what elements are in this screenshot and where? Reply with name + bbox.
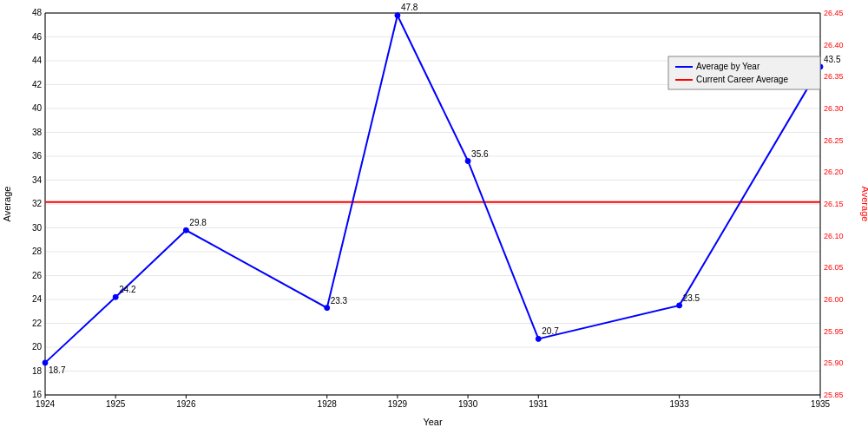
svg-text:1933: 1933 bbox=[670, 399, 690, 409]
chart-svg: 161820222426283032343638404244464825.852… bbox=[0, 0, 868, 434]
svg-point-83 bbox=[395, 13, 400, 18]
svg-text:25.90: 25.90 bbox=[824, 358, 844, 367]
svg-point-89 bbox=[677, 303, 682, 308]
svg-text:26.40: 26.40 bbox=[824, 41, 844, 49]
svg-point-85 bbox=[465, 159, 470, 164]
svg-text:36: 36 bbox=[32, 151, 43, 161]
svg-text:23.3: 23.3 bbox=[331, 296, 348, 306]
svg-text:Average: Average bbox=[860, 187, 868, 222]
svg-text:1930: 1930 bbox=[458, 399, 478, 409]
svg-point-77 bbox=[113, 294, 118, 299]
svg-text:20: 20 bbox=[32, 342, 43, 352]
svg-text:26: 26 bbox=[32, 271, 43, 280]
svg-text:28: 28 bbox=[32, 247, 43, 256]
svg-text:29.8: 29.8 bbox=[189, 218, 207, 227]
svg-text:1928: 1928 bbox=[318, 399, 338, 409]
svg-text:23.5: 23.5 bbox=[683, 293, 700, 303]
svg-text:Year: Year bbox=[423, 417, 443, 427]
svg-text:1926: 1926 bbox=[176, 399, 196, 409]
svg-text:20.7: 20.7 bbox=[542, 326, 559, 336]
svg-text:30: 30 bbox=[32, 223, 43, 233]
svg-text:26.10: 26.10 bbox=[824, 232, 844, 240]
svg-text:26.00: 26.00 bbox=[824, 295, 844, 304]
svg-text:22: 22 bbox=[32, 319, 43, 328]
svg-text:24: 24 bbox=[32, 294, 43, 304]
svg-point-81 bbox=[325, 306, 330, 311]
svg-text:1931: 1931 bbox=[529, 399, 549, 409]
svg-text:24.2: 24.2 bbox=[119, 285, 136, 294]
svg-text:26.30: 26.30 bbox=[824, 104, 844, 113]
svg-text:1935: 1935 bbox=[811, 399, 831, 409]
svg-text:34: 34 bbox=[32, 175, 43, 185]
svg-text:1929: 1929 bbox=[388, 399, 408, 409]
svg-text:Average by Year: Average by Year bbox=[696, 62, 760, 71]
svg-text:26.15: 26.15 bbox=[824, 200, 844, 208]
svg-text:26.45: 26.45 bbox=[824, 9, 844, 17]
svg-text:47.8: 47.8 bbox=[401, 3, 418, 12]
svg-text:38: 38 bbox=[32, 128, 43, 137]
chart-container: 161820222426283032343638404244464825.852… bbox=[0, 0, 868, 434]
svg-text:Average: Average bbox=[2, 187, 12, 222]
svg-text:32: 32 bbox=[32, 199, 43, 208]
svg-text:26.25: 26.25 bbox=[824, 136, 844, 145]
svg-text:Current Career Average: Current Career Average bbox=[696, 75, 788, 84]
svg-point-79 bbox=[183, 227, 188, 233]
svg-text:40: 40 bbox=[32, 103, 43, 113]
svg-text:26.05: 26.05 bbox=[824, 263, 844, 272]
svg-text:18: 18 bbox=[32, 366, 43, 376]
svg-text:1925: 1925 bbox=[106, 399, 126, 409]
svg-text:35.6: 35.6 bbox=[471, 149, 489, 159]
svg-text:16: 16 bbox=[32, 390, 43, 399]
svg-text:43.5: 43.5 bbox=[824, 55, 841, 64]
svg-text:1924: 1924 bbox=[36, 399, 56, 409]
svg-text:26.35: 26.35 bbox=[824, 72, 844, 81]
svg-text:48: 48 bbox=[32, 8, 43, 17]
svg-text:25.95: 25.95 bbox=[824, 327, 844, 336]
svg-text:44: 44 bbox=[32, 56, 43, 65]
svg-text:46: 46 bbox=[32, 32, 43, 42]
svg-point-87 bbox=[536, 336, 541, 341]
svg-point-75 bbox=[43, 360, 48, 365]
svg-text:26.20: 26.20 bbox=[824, 168, 844, 176]
svg-text:18.7: 18.7 bbox=[49, 365, 66, 375]
svg-text:42: 42 bbox=[32, 80, 43, 89]
svg-text:25.85: 25.85 bbox=[824, 391, 844, 399]
